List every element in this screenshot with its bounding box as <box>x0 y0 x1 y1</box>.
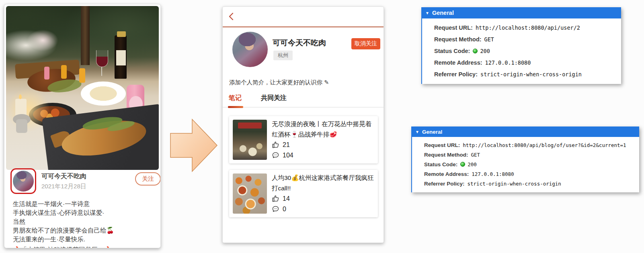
row-label: Status Code: <box>434 48 470 54</box>
author-avatar[interactable] <box>13 171 34 192</box>
devtools-row: Request URL: http://localhost:8080/api/b… <box>424 140 636 150</box>
photo-pink-soda <box>44 67 49 80</box>
thumbs-up-icon <box>272 195 279 202</box>
status-green-dot-icon <box>473 49 478 53</box>
row-label: Remote Address: <box>424 171 469 177</box>
row-label: Referrer Policy: <box>434 71 478 78</box>
row-value: http://localhost:8080/api/user/2 <box>476 24 580 31</box>
row-label: Remote Address: <box>434 59 482 66</box>
devtools-section-header[interactable]: ▼ General <box>422 7 621 18</box>
photo-pasta-plate <box>81 82 126 106</box>
tab-notes[interactable]: 笔记 <box>229 94 242 102</box>
triangle-disclosure-icon: ▼ <box>415 130 419 134</box>
photo-wine-glass-stem <box>101 67 102 76</box>
devtools-row: Status Code: 200 <box>434 45 618 57</box>
profile-avatar[interactable] <box>232 32 268 67</box>
row-value: strict-origin-when-cross-origin <box>468 181 561 187</box>
devtools-row: Remote Address: 127.0.0.1:8080 <box>424 169 636 179</box>
note-comment-stat: 0 <box>272 205 286 213</box>
row-label: Request Method: <box>434 36 482 43</box>
devtools-section-header[interactable]: ▼ General <box>412 126 639 137</box>
back-chevron-icon[interactable] <box>227 12 236 21</box>
devtools-rows: Request URL: http://localhost:8080/api/b… <box>412 137 639 192</box>
devtools-row: Referrer Policy: strict-origin-when-cros… <box>434 68 618 80</box>
photo-wine-bottle-cap <box>117 31 126 37</box>
unfollow-button[interactable]: 取消关注 <box>351 38 380 49</box>
comment-bubble-icon <box>272 205 279 213</box>
triangle-disclosure-icon: ▼ <box>425 11 429 15</box>
note-like-count: 14 <box>283 195 290 202</box>
dinner-photo[interactable] <box>6 6 159 170</box>
devtools-row: Referrer Policy: strict-origin-when-cros… <box>424 179 636 188</box>
row-value: GET <box>484 36 494 43</box>
row-value: strict-origin-when-cross-origin <box>480 71 582 78</box>
devtools-general-panel-blog: ▼ General Request URL: http://localhost:… <box>411 126 639 192</box>
profile-bio[interactable]: 添加个人简介，让大家更好的认识你 ✎ <box>229 79 329 86</box>
note-comment-count: 104 <box>283 152 293 159</box>
devtools-rows: Request URL: http://localhost:8080/api/u… <box>422 18 621 84</box>
profile-page-card: 可可今天不吃肉 杭州 取消关注 添加个人简介，让大家更好的认识你 ✎ 笔记 共同… <box>222 6 384 243</box>
devtools-row: Remote Address: 127.0.0.1:8080 <box>434 57 618 68</box>
row-value: 127.0.0.1:8080 <box>472 171 514 177</box>
tab-underline-track <box>223 107 384 108</box>
devtools-row: Status Code: 200 <box>424 159 636 169</box>
row-value: http://localhost:8080/api/blog/of/user?&… <box>463 142 626 148</box>
screenshot-canvas: 可可今天不吃肉 2021年12月28日 关注 生活就是一半烟火·一半诗意 手执烟… <box>0 0 644 253</box>
row-label: Request Method: <box>424 152 468 158</box>
photo-orange-soda <box>79 68 85 83</box>
photo-wine-glass <box>96 50 108 67</box>
devtools-section-title: General <box>432 10 454 16</box>
row-value: GET <box>471 152 480 158</box>
tab-active-indicator <box>228 106 243 108</box>
photo-orange-soda <box>61 65 67 79</box>
feed-post-card: 可可今天不吃肉 2021年12月28日 关注 生活就是一半烟火·一半诗意 手执烟… <box>4 4 161 248</box>
note-title[interactable]: 无尽浪漫的夜晚丨在万花丛中摇晃着红酒杯🍷品战斧牛排🥩 <box>272 119 375 140</box>
header-divider <box>223 27 384 27</box>
status-green-dot-icon <box>460 162 465 167</box>
row-value: 200 <box>468 161 477 167</box>
comment-bubble-icon <box>272 151 279 159</box>
note-like-stat: 21 <box>272 141 290 149</box>
devtools-general-panel-user: ▼ General Request URL: http://localhost:… <box>421 7 621 84</box>
note-thumbnail[interactable] <box>233 173 267 214</box>
note-list-item[interactable]: 人均30💰杭州这家港式茶餐厅我疯狂打call!! 14 0 <box>229 170 378 217</box>
photo-candle-stand-base <box>16 119 27 133</box>
note-like-stat: 14 <box>272 195 290 202</box>
row-label: Status Code: <box>424 161 457 167</box>
devtools-section-title: General <box>422 129 442 135</box>
note-like-count: 21 <box>283 141 290 149</box>
follow-button[interactable]: 关注 <box>135 172 161 186</box>
row-value: 200 <box>480 48 490 54</box>
profile-username: 可可今天不吃肉 <box>273 38 326 48</box>
photo-wood-pillar <box>81 6 90 65</box>
photo-wine-bottle-label <box>116 50 126 65</box>
devtools-row: Request URL: http://localhost:8080/api/u… <box>434 22 618 33</box>
note-title[interactable]: 人均30💰杭州这家港式茶餐厅我疯狂打call!! <box>272 173 375 194</box>
row-label: Referrer Policy: <box>424 181 465 187</box>
row-value: 127.0.0.1:8080 <box>485 59 531 66</box>
note-list-item[interactable]: 无尽浪漫的夜晚丨在万花丛中摇晃着红酒杯🍷品战斧牛排🥩 21 104 <box>229 116 378 163</box>
row-label: Request URL: <box>434 24 473 31</box>
post-body-text: 生活就是一半烟火·一半诗意 手执烟火谋生活·心怀诗意以谋爱· 当然 男朋友给不了… <box>13 200 154 244</box>
author-name[interactable]: 可可今天不吃肉 <box>41 172 86 181</box>
thumbs-up-icon <box>272 141 279 149</box>
devtools-row: Request Method: GET <box>434 33 618 45</box>
location-tag: 杭州 <box>273 51 293 60</box>
tab-mutual-follow[interactable]: 共同关注 <box>261 94 287 102</box>
row-label: Request URL: <box>424 142 460 148</box>
note-comment-stat: 104 <box>272 151 293 159</box>
thumbnail-red-sign <box>238 122 262 129</box>
right-block-arrow-icon <box>169 114 220 177</box>
devtools-row: Request Method: GET <box>424 150 636 159</box>
post-footer-text: 🔥「小筑里·神秘浪漫花园餐厅」🔥 <box>13 246 154 248</box>
note-thumbnail[interactable] <box>233 120 267 160</box>
note-comment-count: 0 <box>283 206 286 213</box>
post-date: 2021年12月28日 <box>41 183 86 190</box>
author-avatar-highlight[interactable] <box>10 168 36 194</box>
